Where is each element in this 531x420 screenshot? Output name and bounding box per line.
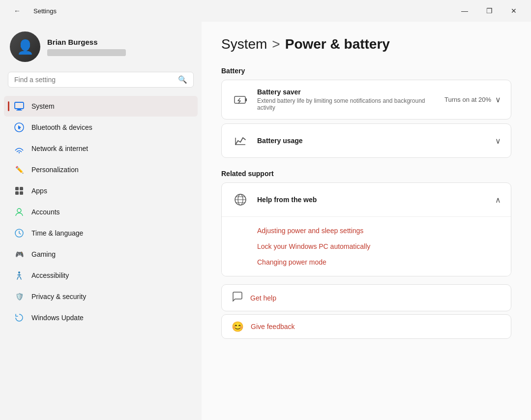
battery-usage-icon	[232, 132, 249, 150]
get-help-row[interactable]: Get help	[221, 284, 511, 311]
sidebar-item-label-personalization: Personalization	[31, 166, 79, 174]
system-icon	[14, 101, 25, 112]
related-support-section: Related support Help from the web	[221, 170, 511, 276]
help-from-web-title: Help from the web	[257, 196, 487, 204]
battery-saver-chevron: ∨	[495, 95, 501, 104]
battery-saver-row[interactable]: Battery saver Extend battery life by lim…	[222, 80, 511, 119]
get-help-icon	[232, 291, 243, 305]
help-from-web-icon	[232, 191, 249, 209]
update-icon	[14, 312, 25, 323]
search-icon: 🔍	[178, 75, 187, 84]
battery-usage-text: Battery usage	[257, 137, 487, 145]
help-links-list: Adjusting power and sleep settings Lock …	[222, 216, 511, 276]
gaming-icon: 🎮	[14, 249, 25, 260]
svg-rect-6	[20, 187, 23, 190]
sidebar-item-label-update: Windows Update	[31, 314, 84, 322]
content-area: System > Power & battery Battery Battery…	[202, 22, 531, 420]
sidebar-item-label-system: System	[31, 102, 55, 110]
sidebar-item-label-network: Network & internet	[31, 145, 88, 152]
svg-rect-0	[15, 102, 24, 109]
sidebar-item-label-bluetooth: Bluetooth & devices	[31, 123, 92, 131]
sidebar-item-bluetooth[interactable]: Bluetooth & devices	[4, 117, 198, 138]
window-controls: — ❐ ✕	[453, 3, 525, 19]
sidebar-item-label-accessibility: Accessibility	[31, 271, 69, 279]
titlebar: ← Settings — ❐ ✕	[0, 0, 531, 22]
related-support-label: Related support	[221, 170, 511, 178]
battery-usage-title: Battery usage	[257, 137, 487, 145]
user-info: Brian Burgess	[47, 38, 126, 56]
personalization-icon: ✏️	[14, 164, 25, 175]
sidebar-item-accessibility[interactable]: Accessibility	[4, 265, 198, 286]
svg-point-4	[19, 152, 20, 153]
give-feedback-row[interactable]: 😊 Give feedback	[221, 314, 511, 339]
sidebar-item-label-gaming: Gaming	[31, 250, 56, 258]
sidebar-item-time[interactable]: Time & language	[4, 223, 198, 243]
bluetooth-icon	[14, 122, 25, 133]
main-layout: 👤 Brian Burgess 🔍 System	[0, 22, 531, 420]
privacy-icon: 🛡️	[14, 291, 25, 302]
minimize-button[interactable]: —	[453, 3, 476, 19]
svg-rect-5	[15, 187, 19, 190]
help-link-2[interactable]: Lock your Windows PC automatically	[257, 239, 501, 254]
svg-point-11	[18, 271, 20, 273]
sidebar: 👤 Brian Burgess 🔍 System	[0, 22, 202, 420]
help-link-3[interactable]: Changing power mode	[257, 254, 501, 270]
breadcrumb-separator: >	[272, 36, 280, 52]
sidebar-item-network[interactable]: Network & internet	[4, 138, 198, 159]
user-email-blurred	[47, 49, 126, 56]
battery-saver-icon	[232, 91, 249, 109]
network-icon	[14, 143, 25, 154]
breadcrumb-current: Power & battery	[285, 36, 390, 52]
accessibility-icon	[14, 270, 25, 281]
sidebar-item-apps[interactable]: Apps	[4, 180, 198, 201]
battery-usage-right: ∨	[495, 136, 501, 146]
battery-saver-title: Battery saver	[257, 88, 437, 96]
accounts-icon	[14, 207, 25, 217]
get-help-text: Get help	[250, 294, 276, 302]
titlebar-left: ← Settings	[6, 3, 57, 19]
breadcrumb: System > Power & battery	[221, 36, 511, 52]
bottom-links: Get help 😊 Give feedback	[221, 284, 511, 339]
help-from-web-row[interactable]: Help from the web ∧	[222, 183, 511, 216]
help-from-web-right: ∧	[495, 195, 501, 205]
help-from-web-card: Help from the web ∧ Adjusting power and …	[221, 182, 511, 276]
battery-section-label: Battery	[221, 67, 511, 75]
battery-saver-status: Turns on at 20%	[444, 96, 491, 103]
help-from-web-chevron: ∧	[495, 195, 501, 205]
help-link-1[interactable]: Adjusting power and sleep settings	[257, 223, 501, 239]
battery-usage-card: Battery usage ∨	[221, 123, 511, 158]
breadcrumb-parent: System	[221, 36, 267, 52]
back-button[interactable]: ←	[6, 3, 29, 19]
sidebar-item-personalization[interactable]: ✏️ Personalization	[4, 159, 198, 180]
sidebar-item-update[interactable]: Windows Update	[4, 307, 198, 328]
user-profile[interactable]: 👤 Brian Burgess	[0, 27, 202, 72]
search-input[interactable]	[14, 76, 174, 84]
user-name: Brian Burgess	[47, 38, 126, 46]
battery-usage-chevron: ∨	[495, 136, 501, 146]
sidebar-item-privacy[interactable]: 🛡️ Privacy & security	[4, 286, 198, 307]
svg-rect-2	[16, 110, 22, 111]
battery-saver-right: Turns on at 20% ∨	[444, 95, 501, 104]
close-button[interactable]: ✕	[502, 3, 525, 19]
sidebar-item-accounts[interactable]: Accounts	[4, 202, 198, 222]
search-box[interactable]: 🔍	[8, 72, 194, 88]
svg-rect-13	[245, 98, 247, 101]
sidebar-item-gaming[interactable]: 🎮 Gaming	[4, 244, 198, 265]
sidebar-item-system[interactable]: System	[4, 96, 198, 117]
battery-saver-desc: Extend battery life by limiting some not…	[257, 97, 437, 111]
sidebar-item-label-accounts: Accounts	[31, 208, 60, 216]
svg-rect-12	[235, 96, 245, 103]
svg-rect-8	[20, 191, 23, 195]
battery-usage-row[interactable]: Battery usage ∨	[222, 124, 511, 157]
time-icon	[14, 228, 25, 239]
maximize-button[interactable]: ❐	[478, 3, 501, 19]
sidebar-item-label-privacy: Privacy & security	[31, 293, 86, 300]
svg-point-9	[17, 209, 21, 212]
battery-saver-text: Battery saver Extend battery life by lim…	[257, 88, 437, 111]
sidebar-item-label-time: Time & language	[31, 229, 83, 237]
battery-saver-card: Battery saver Extend battery life by lim…	[221, 80, 511, 120]
app-title: Settings	[33, 7, 57, 15]
help-from-web-text: Help from the web	[257, 196, 487, 204]
give-feedback-icon: 😊	[232, 321, 244, 332]
apps-icon	[14, 185, 25, 196]
